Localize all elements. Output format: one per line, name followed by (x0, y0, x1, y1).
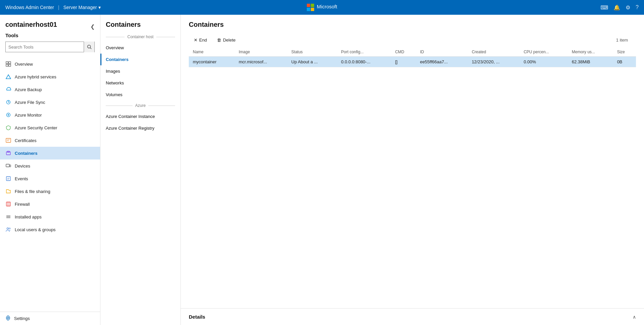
search-box (5, 42, 95, 52)
sidebar-header: containerhost01 ❮ Tools (0, 15, 100, 58)
sidebar-item-local-users[interactable]: Local users & groups (0, 223, 100, 236)
delete-button[interactable]: 🗑 Delete (212, 35, 241, 45)
col-created[interactable]: Created (468, 48, 519, 57)
events-icon (5, 176, 11, 182)
col-cmd[interactable]: CMD (391, 48, 416, 57)
sidebar-item-azure-monitor[interactable]: Azure Monitor (0, 109, 100, 121)
azure-hybrid-icon (5, 74, 11, 80)
search-button[interactable] (84, 42, 94, 52)
nav-label: Azure Container Registry (106, 126, 154, 131)
middle-nav-azure-container-instance[interactable]: Azure Container Instance (100, 111, 180, 122)
tools-label: Tools (5, 32, 95, 38)
certificates-icon (5, 137, 11, 143)
sidebar-item-label: Overview (15, 62, 33, 67)
sidebar-item-events[interactable]: Events (0, 172, 100, 185)
delete-label: Delete (223, 38, 236, 43)
col-status[interactable]: Status (287, 48, 337, 57)
svg-rect-20 (6, 202, 10, 206)
middle-panel: Containers Container host Overview Conta… (100, 15, 181, 325)
sidebar-item-label: Azure hybrid services (15, 74, 56, 79)
details-panel: Details ∧ (181, 308, 644, 325)
details-toggle-button[interactable]: ∧ (633, 314, 636, 320)
middle-nav-images[interactable]: Images (100, 65, 180, 77)
search-input[interactable] (6, 45, 84, 50)
search-icon (87, 45, 92, 49)
svg-marker-6 (6, 75, 11, 79)
svg-rect-4 (6, 64, 8, 66)
sidebar-item-containers[interactable]: Containers (0, 147, 100, 159)
sidebar-item-certificates[interactable]: Certificates (0, 134, 100, 147)
help-icon[interactable]: ? (636, 4, 639, 10)
settings-label: Settings (14, 316, 30, 321)
svg-rect-17 (6, 177, 10, 181)
sidebar-item-firewall[interactable]: Firewall (0, 198, 100, 210)
nav-label: Networks (106, 80, 124, 85)
col-id[interactable]: ID (416, 48, 468, 57)
cell-id: ee55ff66aa7... (416, 57, 468, 67)
middle-nav-overview[interactable]: Overview (100, 42, 180, 54)
sidebar-item-files[interactable]: Files & file sharing (0, 185, 100, 198)
gear-icon[interactable]: ⚙ (626, 4, 630, 11)
col-cpu[interactable]: CPU percen... (519, 48, 568, 57)
topbar-divider: | (58, 5, 60, 10)
svg-rect-3 (9, 62, 11, 64)
logo-yellow (311, 8, 314, 11)
sidebar-item-devices[interactable]: Devices (0, 159, 100, 172)
sidebar-nav: Overview Azure hybrid services Azure Bac… (0, 58, 100, 312)
cell-cpu: 0.00% (519, 57, 568, 67)
nav-label: Images (106, 69, 120, 74)
sidebar-item-overview[interactable]: Overview (0, 58, 100, 70)
sidebar-item-azure-hybrid[interactable]: Azure hybrid services (0, 70, 100, 83)
svg-rect-2 (6, 62, 8, 64)
sidebar-item-installed-apps[interactable]: Installed apps (0, 210, 100, 223)
sidebar-item-label: Files & file sharing (15, 189, 50, 194)
delete-icon: 🗑 (217, 38, 221, 43)
microsoft-text: Microsoft (317, 4, 337, 11)
sidebar-item-label: Devices (15, 164, 30, 169)
nav-label: Azure Container Instance (106, 114, 155, 119)
col-name[interactable]: Name (189, 48, 235, 57)
devices-icon (5, 163, 11, 169)
sidebar-item-label: Firewall (15, 202, 30, 207)
microsoft-logo: Microsoft (307, 4, 337, 11)
section-divider-container-host: Container host (100, 32, 180, 42)
table-container: Name Image Status Port config... CMD ID … (181, 48, 644, 308)
sidebar-item-label: Containers (15, 151, 37, 156)
sidebar-item-label: Certificates (15, 138, 36, 143)
terminal-icon[interactable]: ⌨ (600, 4, 608, 11)
cell-port: 0.0.0.0:8080-... (337, 57, 391, 67)
files-icon (5, 188, 11, 194)
sidebar-item-settings[interactable]: Settings (0, 312, 100, 325)
table-header: Name Image Status Port config... CMD ID … (189, 48, 636, 57)
ms-logo-grid (307, 4, 314, 11)
sidebar-item-azure-security[interactable]: Azure Security Center (0, 121, 100, 134)
col-memory[interactable]: Memory us... (568, 48, 613, 57)
server-manager-menu[interactable]: Server Manager ▾ (63, 5, 100, 10)
sidebar-item-azure-filesync[interactable]: Azure File Sync (0, 96, 100, 109)
middle-nav-volumes[interactable]: Volumes (100, 89, 180, 101)
col-port[interactable]: Port config... (337, 48, 391, 57)
sidebar-item-azure-backup[interactable]: Azure Backup (0, 83, 100, 96)
bell-icon[interactable]: 🔔 (614, 4, 620, 11)
col-image[interactable]: Image (235, 48, 287, 57)
azure-filesync-icon (5, 99, 11, 105)
middle-nav-containers[interactable]: Containers (100, 54, 180, 65)
cell-cmd: [] (391, 57, 416, 67)
col-size[interactable]: Size (613, 48, 636, 57)
nav-label: Overview (106, 45, 124, 50)
svg-rect-16 (10, 165, 11, 167)
middle-nav-azure-container-registry[interactable]: Azure Container Registry (100, 122, 180, 134)
cell-size: 0B (613, 57, 636, 67)
azure-monitor-icon (5, 112, 11, 118)
middle-nav-networks[interactable]: Networks (100, 77, 180, 89)
end-icon: ✕ (194, 38, 197, 43)
azure-security-icon (5, 125, 11, 131)
machine-name: containerhost01 (5, 21, 57, 28)
table-row[interactable]: mycontainer mcr.microsof... Up About a .… (189, 57, 636, 67)
end-label: End (199, 38, 207, 43)
topbar-center: Microsoft (307, 4, 337, 11)
end-button[interactable]: ✕ End (189, 35, 212, 45)
collapse-sidebar-button[interactable]: ❮ (90, 23, 95, 30)
overview-icon (5, 61, 11, 67)
nav-label: Volumes (106, 92, 123, 97)
